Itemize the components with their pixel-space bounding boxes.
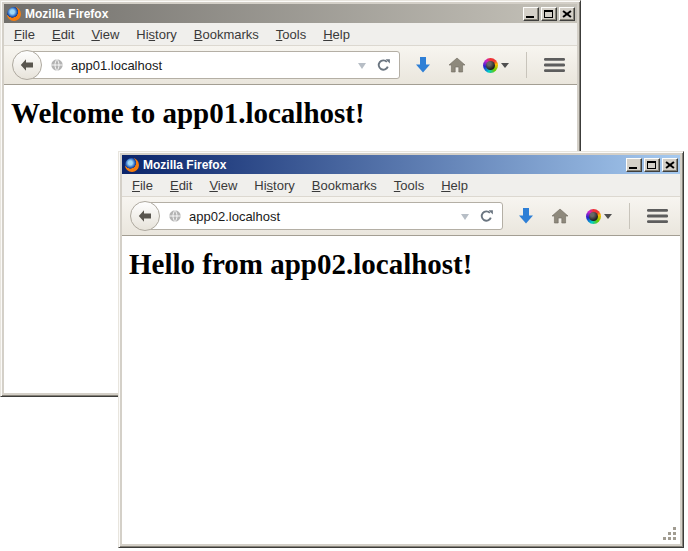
menu-help[interactable]: Help bbox=[317, 25, 356, 44]
menu-tools[interactable]: Tools bbox=[270, 25, 312, 44]
menu-label: H bbox=[323, 27, 332, 42]
toolbar-separator bbox=[526, 52, 527, 78]
minimize-button[interactable] bbox=[523, 7, 539, 21]
menu-view[interactable]: View bbox=[203, 176, 243, 195]
window-title: Mozilla Firefox bbox=[25, 7, 523, 21]
menu-label: iew bbox=[100, 27, 120, 42]
menu-label: F bbox=[132, 178, 140, 193]
menu-label: dit bbox=[179, 178, 193, 193]
nav-toolbar: app02.localhost bbox=[122, 196, 680, 236]
chevron-down-icon bbox=[604, 214, 612, 223]
chevron-down-icon[interactable] bbox=[461, 214, 469, 224]
menu-label: elp bbox=[333, 27, 350, 42]
menu-edit[interactable]: Edit bbox=[164, 176, 198, 195]
page-content: Hello from app02.localhost! bbox=[122, 236, 680, 544]
chevron-down-icon[interactable] bbox=[358, 63, 366, 73]
menubar: File Edit View History Bookmarks Tools H… bbox=[4, 23, 577, 45]
page-heading: Hello from app02.localhost! bbox=[129, 248, 680, 281]
close-icon bbox=[665, 161, 675, 169]
menu-label: tory bbox=[273, 178, 295, 193]
globe-icon[interactable] bbox=[50, 58, 64, 72]
close-button[interactable] bbox=[662, 158, 678, 172]
hamburger-menu-button[interactable] bbox=[544, 58, 565, 72]
menu-file[interactable]: File bbox=[126, 176, 159, 195]
maximize-button[interactable] bbox=[644, 158, 660, 172]
menu-help[interactable]: Help bbox=[435, 176, 474, 195]
addon-ring-icon bbox=[483, 58, 498, 73]
menu-label: elp bbox=[451, 178, 468, 193]
menu-label: dit bbox=[61, 27, 75, 42]
menu-bookmarks[interactable]: Bookmarks bbox=[306, 176, 383, 195]
close-button[interactable] bbox=[559, 7, 575, 21]
addon-button[interactable] bbox=[483, 58, 509, 73]
url-bar[interactable]: app02.localhost bbox=[145, 202, 503, 230]
menu-label: iew bbox=[218, 178, 238, 193]
menu-tools[interactable]: Tools bbox=[388, 176, 430, 195]
maximize-button[interactable] bbox=[541, 7, 557, 21]
menu-label: E bbox=[170, 178, 179, 193]
maximize-icon bbox=[647, 161, 656, 169]
minimize-button[interactable] bbox=[626, 158, 642, 172]
desktop: { "windows": [ { "title": "Mozilla Firef… bbox=[0, 0, 688, 551]
menu-label: Hi bbox=[136, 27, 148, 42]
menu-label: V bbox=[91, 27, 99, 42]
back-button[interactable] bbox=[130, 201, 160, 231]
toolbar-icons bbox=[518, 203, 668, 229]
menu-file[interactable]: File bbox=[8, 25, 41, 44]
menubar: File Edit View History Bookmarks Tools H… bbox=[122, 174, 680, 196]
home-button[interactable] bbox=[448, 57, 466, 73]
toolbar-separator bbox=[629, 203, 630, 229]
menu-label: V bbox=[209, 178, 217, 193]
url-text: app02.localhost bbox=[189, 209, 461, 224]
menu-label: E bbox=[52, 27, 61, 42]
reload-button[interactable] bbox=[376, 58, 391, 73]
window-controls bbox=[626, 158, 678, 172]
menu-label: ile bbox=[22, 27, 35, 42]
menu-label: F bbox=[14, 27, 22, 42]
chevron-down-icon bbox=[501, 63, 509, 72]
addon-button[interactable] bbox=[586, 209, 612, 224]
globe-icon[interactable] bbox=[168, 209, 182, 223]
toolbar-icons bbox=[415, 52, 565, 78]
menu-label: Hi bbox=[254, 178, 266, 193]
minimize-icon bbox=[629, 167, 637, 169]
menu-label: ile bbox=[140, 178, 153, 193]
menu-label: tory bbox=[155, 27, 177, 42]
titlebar[interactable]: Mozilla Firefox bbox=[4, 4, 577, 23]
menu-label: ools bbox=[400, 178, 424, 193]
menu-view[interactable]: View bbox=[85, 25, 125, 44]
window-title: Mozilla Firefox bbox=[143, 158, 626, 172]
back-button[interactable] bbox=[12, 50, 42, 80]
menu-edit[interactable]: Edit bbox=[46, 25, 80, 44]
reload-button[interactable] bbox=[479, 209, 494, 224]
maximize-icon bbox=[544, 10, 553, 18]
url-bar[interactable]: app01.localhost bbox=[27, 51, 400, 79]
home-button[interactable] bbox=[551, 208, 569, 224]
window-controls bbox=[523, 7, 575, 21]
firefox-logo-icon bbox=[7, 7, 21, 21]
addon-ring-icon bbox=[586, 209, 601, 224]
page-heading: Welcome to app01.localhost! bbox=[11, 97, 577, 130]
minimize-icon bbox=[526, 16, 534, 18]
resize-grip-icon[interactable] bbox=[662, 526, 676, 540]
download-button[interactable] bbox=[518, 207, 534, 225]
menu-label: ools bbox=[282, 27, 306, 42]
hamburger-menu-button[interactable] bbox=[647, 209, 668, 223]
close-icon bbox=[562, 10, 572, 18]
url-text: app01.localhost bbox=[71, 58, 358, 73]
firefox-window-app02: Mozilla Firefox File Edit View History B… bbox=[118, 151, 684, 548]
back-arrow-icon bbox=[137, 208, 153, 224]
titlebar[interactable]: Mozilla Firefox bbox=[122, 155, 680, 174]
menu-history[interactable]: History bbox=[130, 25, 182, 44]
firefox-logo-icon bbox=[125, 158, 139, 172]
download-button[interactable] bbox=[415, 56, 431, 74]
menu-history[interactable]: History bbox=[248, 176, 300, 195]
menu-label: H bbox=[441, 178, 450, 193]
menu-label: ookmarks bbox=[202, 27, 258, 42]
menu-bookmarks[interactable]: Bookmarks bbox=[188, 25, 265, 44]
menu-label: ookmarks bbox=[320, 178, 376, 193]
back-arrow-icon bbox=[19, 57, 35, 73]
nav-toolbar: app01.localhost bbox=[4, 45, 577, 85]
